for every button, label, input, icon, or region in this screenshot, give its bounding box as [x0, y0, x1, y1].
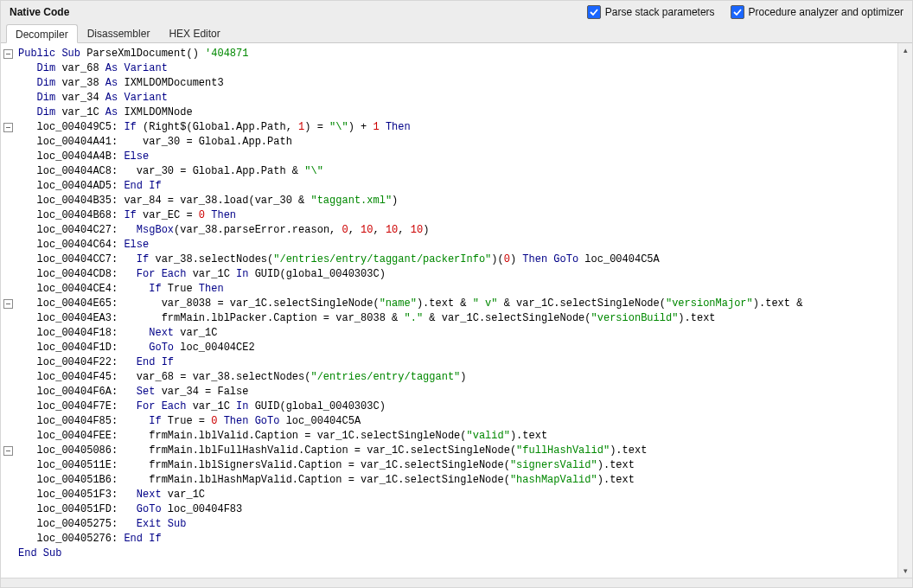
code-line: loc_00404F85: If True = 0 Then GoTo loc_… — [18, 414, 897, 429]
code-line: End Sub — [18, 546, 897, 561]
panel-footer — [1, 578, 912, 587]
fold-gutter — [1, 43, 16, 578]
code-line: loc_00404E65: var_8038 = var_1C.selectSi… — [18, 297, 897, 311]
fold-toggle-icon[interactable] — [3, 299, 13, 309]
code-line: loc_00404F1D: GoTo loc_00404CE2 — [18, 341, 897, 355]
code-line: loc_00404A41: var_30 = Global.App.Path — [18, 135, 897, 150]
code-line: loc_00404B68: If var_EC = 0 Then — [18, 208, 897, 223]
code-line: loc_00404EA3: frmMain.lblPacker.Caption … — [18, 311, 897, 326]
panel-header: Native Code Parse stack parameters Proce… — [1, 1, 912, 23]
tab-bar: Decompiler Disassembler HEX Editor — [1, 23, 912, 43]
code-line: Dim var_1C As IXMLDOMNode — [18, 105, 897, 120]
code-line: Dim var_68 As Variant — [18, 61, 897, 76]
checkbox-label: Parse stack parameters — [605, 6, 715, 18]
code-line: loc_00404FEE: frmMain.lblValid.Caption =… — [18, 429, 897, 444]
code-line: loc_004049C5: If (Right$(Global.App.Path… — [18, 120, 897, 135]
code-line: loc_004051F3: Next var_1C — [18, 488, 897, 502]
tab-disassembler[interactable]: Disassembler — [78, 23, 160, 42]
code-line: loc_00404F45: var_68 = var_38.selectNode… — [18, 370, 897, 385]
code-line: loc_00404C27: MsgBox(var_38.parseError.r… — [18, 223, 897, 238]
code-line: loc_00404AD5: End If — [18, 179, 897, 194]
check-icon — [587, 5, 601, 19]
check-icon — [731, 5, 744, 19]
code-line: Public Sub ParseXmlDocument() '404871 — [18, 47, 897, 61]
tab-hex-editor[interactable]: HEX Editor — [159, 23, 229, 42]
code-line: loc_00405086: frmMain.lblFullHashValid.C… — [18, 444, 897, 458]
code-line: loc_00404F7E: For Each var_1C In GUID(gl… — [18, 399, 897, 414]
fold-toggle-icon[interactable] — [3, 49, 13, 59]
code-line: loc_00404F22: End If — [18, 355, 897, 370]
code-line: loc_00405275: Exit Sub — [18, 517, 897, 532]
checkbox-parse-stack[interactable]: Parse stack parameters — [587, 5, 715, 19]
code-line: loc_00404CD8: For Each var_1C In GUID(gl… — [18, 267, 897, 282]
code-line: loc_0040511E: frmMain.lblSignersValid.Ca… — [18, 458, 897, 473]
code-line: loc_00404B35: var_84 = var_38.load(var_3… — [18, 194, 897, 208]
code-line: loc_00404F6A: Set var_34 = False — [18, 385, 897, 399]
code-line: loc_004051FD: GoTo loc_00404F83 — [18, 502, 897, 517]
checkbox-label: Procedure analyzer and optimizer — [749, 6, 903, 18]
code-line: Dim var_34 As Variant — [18, 91, 897, 105]
scroll-up-icon[interactable]: ▴ — [898, 43, 912, 57]
checkbox-optimizer[interactable]: Procedure analyzer and optimizer — [731, 5, 903, 19]
editor-area: Public Sub ParseXmlDocument() '404871 Di… — [1, 43, 912, 578]
code-line: Dim var_38 As IXMLDOMDocument3 — [18, 76, 897, 91]
code-view[interactable]: Public Sub ParseXmlDocument() '404871 Di… — [16, 43, 897, 578]
code-line: loc_00404C64: Else — [18, 238, 897, 252]
code-line: loc_00404CE4: If True Then — [18, 282, 897, 297]
code-line: loc_00405276: End If — [18, 532, 897, 546]
fold-toggle-icon[interactable] — [3, 123, 13, 132]
native-code-panel: Native Code Parse stack parameters Proce… — [0, 0, 913, 588]
code-line: loc_004051B6: frmMain.lblHashMapValid.Ca… — [18, 473, 897, 488]
scroll-down-icon[interactable]: ▾ — [898, 564, 912, 578]
code-line: loc_00404CC7: If var_38.selectNodes("/en… — [18, 252, 897, 267]
panel-title: Native Code — [10, 6, 69, 18]
code-line: loc_00404AC8: var_30 = Global.App.Path &… — [18, 164, 897, 179]
code-line: loc_00404A4B: Else — [18, 150, 897, 164]
code-line: loc_00404F18: Next var_1C — [18, 326, 897, 341]
tab-decompiler[interactable]: Decompiler — [6, 24, 78, 43]
fold-toggle-icon[interactable] — [3, 446, 13, 456]
vertical-scrollbar[interactable]: ▴ ▾ — [897, 43, 912, 578]
